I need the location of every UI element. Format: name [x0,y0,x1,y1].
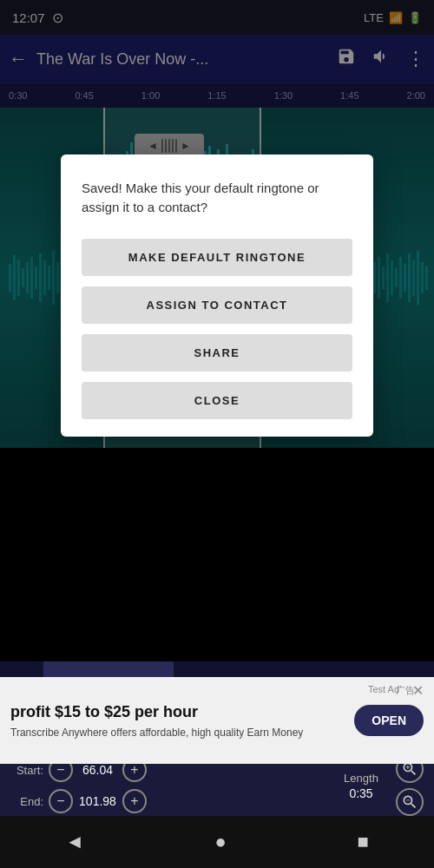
ad-title: profit $15 to $25 per hour [10,702,345,722]
ad-marker: 广告 [396,684,415,697]
nav-bar: ◄ ● ■ [0,816,434,868]
share-button[interactable]: SHARE [82,334,352,372]
end-label: End: [10,795,43,808]
nav-home-button[interactable]: ● [215,831,227,853]
length-value: 0:35 [349,786,372,800]
ad-banner: profit $15 to $25 per hour Transcribe An… [0,677,434,764]
nav-back-button[interactable]: ◄ [65,831,84,853]
end-row: End: − 101.98 + [10,789,326,813]
length-group: Length 0:35 [326,772,396,800]
modal-dialog: Saved! Make this your default ringtone o… [61,155,373,437]
nav-recents-button[interactable]: ■ [357,831,368,853]
ad-label: Test Ad [368,684,399,694]
zoom-out-button[interactable] [396,788,424,816]
ad-open-button[interactable]: OPEN [354,705,424,736]
zoom-controls [396,755,424,816]
start-value: 66.04 [78,763,117,777]
modal-message: Saved! Make this your default ringtone o… [82,179,352,218]
assign-to-contact-button[interactable]: ASSIGN TO CONTACT [82,286,352,324]
bottom-area: ··· Trim Remove middle Paste Start: − 66 [0,661,434,816]
modal-overlay: Saved! Make this your default ringtone o… [0,0,434,590]
length-label: Length [344,772,378,785]
end-decrement-button[interactable]: − [49,789,73,813]
params-row: Start: − 66.04 + End: − 101.98 + Length … [0,755,434,816]
start-label: Start: [10,764,43,777]
ad-text: profit $15 to $25 per hour Transcribe An… [10,702,345,738]
ad-subtitle: Transcribe Anywhere offers affordable, h… [10,727,345,739]
end-increment-button[interactable]: + [122,789,147,813]
start-end-group: Start: − 66.04 + End: − 101.98 + [10,758,326,813]
make-default-ringtone-button[interactable]: MAKE DEFAULT RINGTONE [82,239,352,276]
close-button[interactable]: CLOSE [82,382,352,419]
end-value: 101.98 [78,794,117,808]
